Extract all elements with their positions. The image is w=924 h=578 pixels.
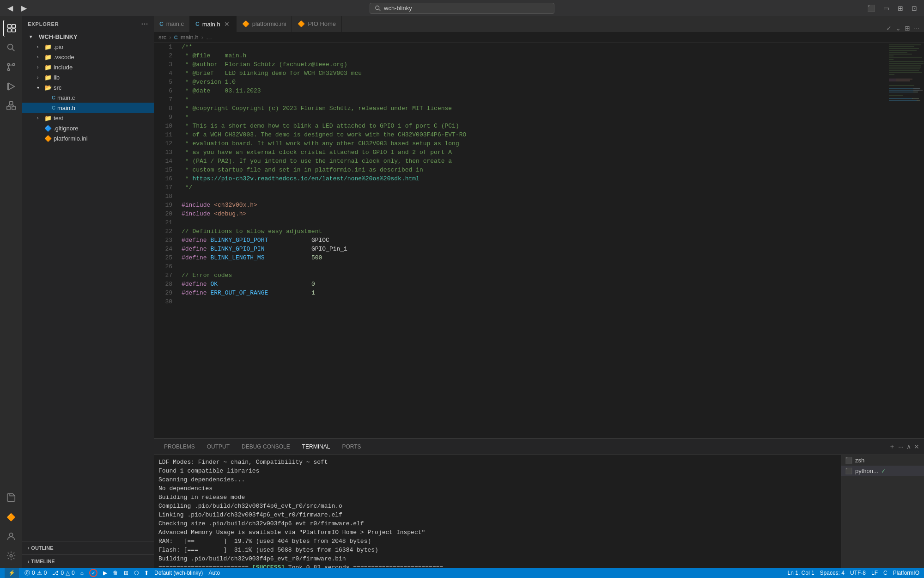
panel-tab-debug-console[interactable]: DEBUG CONSOLE xyxy=(236,442,296,452)
activity-settings[interactable] xyxy=(3,547,19,564)
tab-label-platformio-ini: platformio.ini xyxy=(252,20,286,27)
layout-icon-3[interactable]: ⊞ xyxy=(895,4,906,13)
layout-icon-1[interactable]: ⬛ xyxy=(865,4,877,13)
tab-platformio-ini[interactable]: 🔶 platformio.ini xyxy=(237,16,292,32)
terminal-python[interactable]: ⬛ python... ✓ xyxy=(841,466,924,476)
status-git-warning-icon: △ xyxy=(66,570,70,576)
title-bar-search[interactable]: wch-blinky xyxy=(370,3,554,14)
status-language[interactable]: C xyxy=(883,570,888,576)
lib-folder-icon: 📁 xyxy=(44,74,52,81)
sidebar-more-icon[interactable]: ··· xyxy=(141,20,148,28)
include-folder-icon: 📁 xyxy=(44,64,52,71)
status-eol[interactable]: LF xyxy=(871,570,878,576)
outline-header[interactable]: › OUTLINE xyxy=(22,543,154,553)
status-auto-label[interactable]: Auto xyxy=(208,570,220,576)
status-check-icon: ✓ xyxy=(91,571,95,576)
status-debug-button[interactable]: ⬡ xyxy=(134,570,139,576)
tab-close-main-h[interactable]: ✕ xyxy=(223,20,231,28)
status-platformio[interactable]: PlatformIO xyxy=(893,570,919,576)
activity-run[interactable] xyxy=(3,78,19,95)
activity-explorer[interactable] xyxy=(3,20,19,37)
sidebar-item-src[interactable]: ▾ 📂 src xyxy=(22,82,154,92)
tab-pio-icon-ini: 🔶 xyxy=(242,20,249,27)
status-check-button[interactable]: ✓ xyxy=(89,569,97,577)
sidebar-header-actions: ··· xyxy=(141,20,148,28)
main-layout: 🔶 EXPLORER ··· ▾ WCH-BLINKY xyxy=(0,16,924,568)
breadcrumb-main-h[interactable]: main.h xyxy=(181,34,199,41)
sidebar-item-platformio-ini[interactable]: 🔶 platformio.ini xyxy=(22,133,154,143)
svg-rect-32 xyxy=(889,65,921,66)
outline-arrow: › xyxy=(28,546,29,551)
timeline-header[interactable]: › TIMELINE xyxy=(22,557,154,566)
tab-check-icon[interactable]: ✓ xyxy=(886,25,892,32)
status-run-button[interactable]: ▶ xyxy=(103,570,107,576)
tab-main-h[interactable]: C main.h ✕ xyxy=(190,16,237,32)
src-label: src xyxy=(54,84,154,91)
tab-main-c[interactable]: C main.c xyxy=(154,16,190,32)
mainc-label: main.c xyxy=(57,94,154,101)
activity-account[interactable] xyxy=(3,528,19,545)
status-spaces[interactable]: Spaces: 4 xyxy=(820,570,845,576)
status-warning-icon: ⚠ xyxy=(37,570,42,576)
status-upload-button[interactable]: ⬆ xyxy=(144,570,149,576)
terminal-output[interactable]: LDF Modes: Finder ~ chain, Compatibility… xyxy=(154,455,841,568)
panel-add-icon[interactable]: ＋ xyxy=(889,443,895,451)
outline-section: › OUTLINE xyxy=(22,541,154,554)
svg-rect-41 xyxy=(896,80,910,81)
tab-pio-home[interactable]: 🔶 PIO Home xyxy=(292,16,342,32)
status-run-icon: ▶ xyxy=(103,570,107,576)
sidebar-item-vscode[interactable]: › 📁 .vscode xyxy=(22,52,154,62)
status-default-profile[interactable]: Default (wch-blinky) xyxy=(154,570,203,576)
panel-more-icon[interactable]: ··· xyxy=(898,443,904,450)
root-arrow: ▾ xyxy=(30,34,37,39)
code-content[interactable]: /** * @file main.h * @author Florian Sch… xyxy=(177,43,887,438)
activity-search[interactable] xyxy=(3,39,19,56)
breadcrumb-src[interactable]: src xyxy=(158,34,166,41)
activity-source-control[interactable] xyxy=(3,59,19,75)
status-errors[interactable]: ⓪ 0 ⚠ 0 xyxy=(24,569,47,577)
back-button[interactable]: ◀ xyxy=(5,3,16,13)
svg-rect-28 xyxy=(889,57,922,58)
svg-rect-26 xyxy=(889,54,912,55)
sidebar-item-include[interactable]: › 📁 include xyxy=(22,62,154,72)
tab-chevron-icon[interactable]: ⌄ xyxy=(895,25,901,32)
activity-test[interactable] xyxy=(3,489,19,506)
sidebar-item-lib[interactable]: › 📁 lib xyxy=(22,72,154,82)
activity-remote[interactable]: 🔶 xyxy=(3,509,19,525)
sidebar-item-pio[interactable]: › 📁 .pio xyxy=(22,42,154,52)
breadcrumb-sep1: › xyxy=(169,34,171,41)
status-eol-text: LF xyxy=(871,570,878,576)
sidebar-item-test[interactable]: › 📁 test xyxy=(22,113,154,123)
panel-close-icon[interactable]: ✕ xyxy=(914,443,919,450)
status-ln-col[interactable]: Ln 1, Col 1 xyxy=(788,570,815,576)
layout-icon-2[interactable]: ▭ xyxy=(881,4,892,13)
tab-split-icon[interactable]: ⊞ xyxy=(905,25,910,32)
tree-root[interactable]: ▾ WCH-BLINKY xyxy=(22,31,154,42)
terminal-zsh[interactable]: ⬛ zsh xyxy=(841,455,924,466)
code-editor[interactable]: 12345 678910 1112131415 1617181920 21222… xyxy=(154,43,924,438)
panel-tab-terminal[interactable]: TERMINAL xyxy=(297,442,336,452)
status-remote-button[interactable]: ⚡ xyxy=(5,568,19,578)
sidebar-item-main-c[interactable]: C main.c xyxy=(22,92,154,103)
panel-chevron-up-icon[interactable]: ∧ xyxy=(906,443,911,450)
status-test-button[interactable]: ⊞ xyxy=(124,570,128,576)
status-git-errors[interactable]: ⎇ 0 △ 0 xyxy=(52,570,74,576)
tab-label-main-h: main.h xyxy=(202,21,220,28)
tab-more-icon[interactable]: ··· xyxy=(914,25,919,32)
breadcrumb-ellipsis[interactable]: … xyxy=(206,34,212,41)
status-language-text: C xyxy=(883,570,888,576)
panel-tab-ports[interactable]: PORTS xyxy=(336,442,366,452)
sidebar-item-main-h[interactable]: C main.h xyxy=(22,103,154,113)
status-encoding[interactable]: UTF-8 xyxy=(850,570,866,576)
src-arrow: ▾ xyxy=(37,85,44,90)
sidebar-item-gitignore[interactable]: 🔷 .gitignore xyxy=(22,123,154,133)
status-test-icon: ⊞ xyxy=(124,570,128,576)
status-trash-button[interactable]: 🗑 xyxy=(113,570,118,576)
layout-icon-4[interactable]: ⊡ xyxy=(909,4,919,13)
status-home-icon-button[interactable]: ⌂ xyxy=(80,570,84,576)
activity-extensions[interactable] xyxy=(3,98,19,114)
forward-button[interactable]: ▶ xyxy=(18,3,30,13)
svg-point-20 xyxy=(10,554,12,557)
panel-tab-output[interactable]: OUTPUT xyxy=(201,442,235,452)
panel-tab-problems[interactable]: PROBLEMS xyxy=(158,442,201,452)
